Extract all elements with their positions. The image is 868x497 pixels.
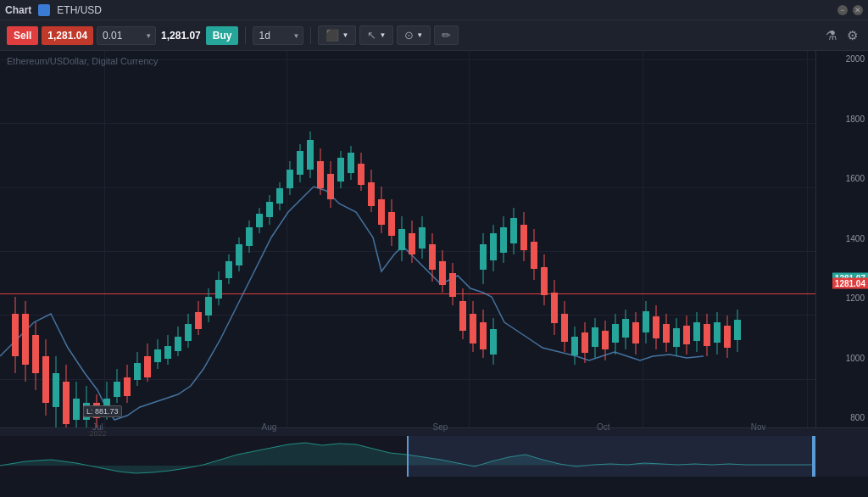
svg-rect-39 <box>205 297 212 316</box>
svg-rect-93 <box>480 322 487 349</box>
mini-chart[interactable] <box>0 436 815 477</box>
svg-rect-37 <box>195 312 202 329</box>
svg-rect-115 <box>571 337 578 355</box>
chart-type-button[interactable]: ⬛ ▼ <box>318 25 356 45</box>
price-label-2000: 2000 <box>846 54 865 64</box>
svg-rect-73 <box>378 199 385 225</box>
draw-tool-button[interactable]: ✏ <box>434 25 459 45</box>
time-label-nov: Nov <box>751 422 766 432</box>
sell-button[interactable]: Sell <box>7 26 38 45</box>
svg-rect-143 <box>714 322 721 343</box>
svg-rect-77 <box>398 229 405 250</box>
toolbar-separator-2 <box>310 27 311 44</box>
timeframe-select[interactable]: 1m5m15m 1h4h1d1w <box>253 26 303 45</box>
svg-rect-27 <box>144 356 151 377</box>
candlestick-chart <box>0 51 815 450</box>
pen-icon: ✏ <box>442 29 451 42</box>
svg-rect-31 <box>164 346 171 359</box>
svg-rect-5 <box>32 335 39 373</box>
window-close-button[interactable]: ✕ <box>853 5 863 15</box>
svg-rect-111 <box>551 293 558 323</box>
svg-rect-51 <box>266 202 273 217</box>
window-minimize-button[interactable]: − <box>837 5 848 15</box>
svg-rect-119 <box>592 327 598 347</box>
buy-price-display: 1,281.07 <box>159 30 203 42</box>
svg-rect-83 <box>429 244 436 270</box>
svg-rect-13 <box>73 399 80 420</box>
svg-rect-25 <box>134 363 141 380</box>
svg-rect-7 <box>42 356 49 403</box>
svg-rect-71 <box>368 182 375 206</box>
svg-rect-147 <box>734 320 741 340</box>
svg-rect-67 <box>348 153 354 173</box>
svg-rect-113 <box>561 314 568 342</box>
svg-rect-131 <box>653 316 659 338</box>
svg-rect-59 <box>307 140 314 170</box>
svg-rect-137 <box>683 326 690 344</box>
svg-rect-151 <box>812 436 815 477</box>
spread-select[interactable]: 0.01 0.1 1 <box>97 26 156 45</box>
title-icon <box>38 4 50 16</box>
candle-group <box>12 131 741 441</box>
time-label-aug: Aug <box>262 422 277 432</box>
chart-type-arrow: ▼ <box>342 31 348 39</box>
svg-rect-3 <box>22 314 29 365</box>
svg-rect-127 <box>632 322 639 343</box>
svg-rect-109 <box>541 267 548 295</box>
candlestick-icon: ⬛ <box>326 29 339 42</box>
svg-rect-45 <box>236 244 242 265</box>
price-axis: 2000 1800 1600 1400 1281.07 1281.04 1200… <box>815 51 868 450</box>
svg-rect-53 <box>276 188 283 204</box>
settings-button[interactable]: ⚙ <box>843 25 861 47</box>
svg-rect-23 <box>124 377 131 396</box>
svg-rect-43 <box>225 261 232 278</box>
title-chart-label: Chart <box>5 4 31 16</box>
svg-rect-47 <box>246 227 253 246</box>
svg-rect-69 <box>358 164 364 185</box>
svg-rect-99 <box>490 233 497 260</box>
title-bar: Chart ETH/USD − ✕ <box>0 0 868 20</box>
cursor-arrow: ▼ <box>379 31 386 39</box>
chart-area: Ethereum/USDollar, Digital Currency <box>0 51 868 477</box>
svg-rect-107 <box>531 242 537 269</box>
svg-rect-81 <box>419 227 426 248</box>
buy-button[interactable]: Buy <box>206 26 239 45</box>
svg-rect-125 <box>622 319 629 338</box>
svg-rect-101 <box>500 227 507 253</box>
circle-arrow: ▼ <box>416 31 423 39</box>
svg-rect-29 <box>154 349 161 362</box>
svg-rect-95 <box>490 329 497 355</box>
mini-chart-svg <box>0 436 815 477</box>
svg-rect-79 <box>409 233 415 254</box>
circle-icon: ⊙ <box>404 29 414 42</box>
price-label-1600: 1600 <box>846 174 865 183</box>
spread-wrapper[interactable]: 0.01 0.1 1 <box>97 26 156 45</box>
svg-rect-11 <box>63 382 70 424</box>
svg-rect-9 <box>53 373 59 407</box>
chart-subtitle: Ethereum/USDollar, Digital Currency <box>7 56 159 66</box>
svg-rect-150 <box>407 436 409 477</box>
circle-tool-button[interactable]: ⊙ ▼ <box>397 25 431 45</box>
svg-rect-21 <box>114 382 120 397</box>
toolbar: Sell 1,281.04 0.01 0.1 1 1,281.07 Buy 1m… <box>0 20 868 51</box>
toolbar-separator-1 <box>245 27 246 44</box>
cursor-tool-button[interactable]: ↖ ▼ <box>359 25 393 45</box>
low-price-label: L: 881.73 <box>83 405 122 417</box>
svg-rect-139 <box>693 322 700 341</box>
svg-rect-85 <box>439 261 446 285</box>
svg-rect-123 <box>612 324 619 343</box>
price-label-1000: 1000 <box>846 353 865 362</box>
timeframe-wrapper[interactable]: 1m5m15m 1h4h1d1w <box>253 26 303 45</box>
svg-rect-89 <box>459 301 466 331</box>
svg-rect-105 <box>520 225 527 250</box>
price-label-1800: 1800 <box>846 114 865 123</box>
bottom-bar: Jul 2022 Aug Sep Oct Nov <box>0 427 868 477</box>
svg-rect-135 <box>673 328 680 347</box>
svg-rect-103 <box>510 218 517 243</box>
svg-rect-33 <box>175 337 181 351</box>
svg-rect-55 <box>287 170 293 188</box>
price-label-800: 800 <box>850 413 865 422</box>
time-label-oct: Oct <box>597 422 610 432</box>
flask-button[interactable]: ⚗ <box>822 25 840 47</box>
svg-rect-87 <box>449 273 456 297</box>
